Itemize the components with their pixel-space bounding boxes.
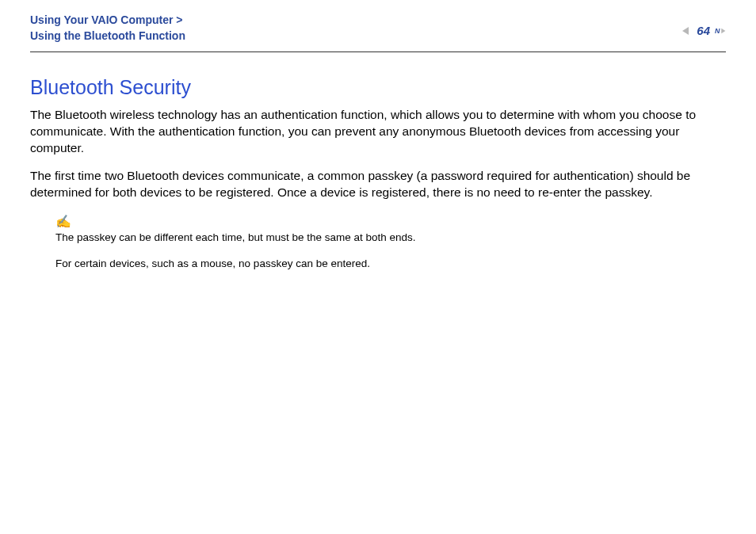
next-page-icon[interactable]: N — [715, 25, 726, 36]
note-line-1: The passkey can be different each time, … — [55, 231, 726, 246]
prev-page-icon[interactable] — [681, 25, 692, 36]
svg-text:N: N — [715, 26, 720, 34]
note-block: ✍ The passkey can be different each time… — [55, 214, 726, 272]
paragraph-1: The Bluetooth wireless technology has an… — [30, 107, 726, 157]
breadcrumb-line-2: Using the Bluetooth Function — [30, 29, 185, 44]
page-header: Using Your VAIO Computer > Using the Blu… — [0, 0, 756, 44]
svg-marker-2 — [721, 28, 725, 32]
page-navigation: 64 N — [681, 13, 726, 37]
note-line-2: For certain devices, such as a mouse, no… — [55, 257, 726, 272]
breadcrumb: Using Your VAIO Computer > Using the Blu… — [30, 13, 185, 44]
pencil-note-icon: ✍ — [55, 214, 71, 229]
main-content: Bluetooth Security The Bluetooth wireles… — [0, 52, 756, 271]
breadcrumb-line-1: Using Your VAIO Computer > — [30, 13, 185, 29]
page-number: 64 — [697, 24, 710, 37]
note-icon-row: ✍ — [55, 214, 726, 229]
section-title: Bluetooth Security — [30, 76, 726, 99]
svg-marker-0 — [682, 27, 689, 35]
paragraph-2: The first time two Bluetooth devices com… — [30, 168, 726, 201]
